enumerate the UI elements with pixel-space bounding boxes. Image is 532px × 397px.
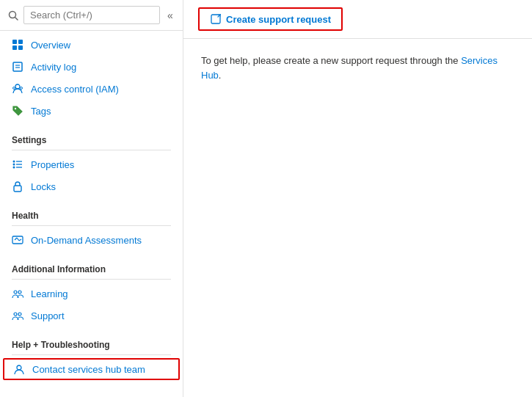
svg-rect-4 <box>12 45 17 50</box>
svg-rect-20 <box>14 186 21 192</box>
overview-icon <box>12 39 23 51</box>
svg-point-25 <box>14 291 17 294</box>
svg-line-24 <box>19 239 21 241</box>
sidebar-item-tags[interactable]: Tags <box>0 100 183 122</box>
svg-line-23 <box>17 238 19 241</box>
activity-icon <box>12 61 23 73</box>
sidebar-item-overview[interactable]: Overview <box>0 34 183 56</box>
help-section: Help + Troubleshooting Contact services … <box>0 329 183 385</box>
sidebar-item-on-demand[interactable]: On-Demand Assessments <box>0 229 183 251</box>
contact-icon <box>13 363 25 375</box>
create-support-button[interactable]: Create support request <box>198 7 343 31</box>
search-icon <box>7 10 19 21</box>
help-text-suffix: . <box>219 70 222 81</box>
additional-divider <box>12 279 171 280</box>
svg-point-29 <box>17 365 21 370</box>
sidebar-item-activity-log[interactable]: Activity log <box>0 56 183 78</box>
settings-section-label: Settings <box>0 128 183 148</box>
collapse-button[interactable]: « <box>164 8 176 23</box>
settings-divider <box>12 150 171 150</box>
health-section-label: Health <box>0 203 183 224</box>
sidebar: « Overview Activity log Access control (… <box>0 0 183 397</box>
main-content: Create support request To get help, plea… <box>183 0 532 397</box>
sidebar-item-label: Support <box>31 310 65 321</box>
svg-rect-2 <box>12 40 17 44</box>
sidebar-item-label: Access control (IAM) <box>31 84 119 95</box>
health-section: Health On-Demand Assessments <box>0 200 183 254</box>
svg-rect-21 <box>12 236 23 244</box>
svg-point-10 <box>13 87 15 90</box>
main-header: Create support request <box>183 0 532 39</box>
sidebar-item-label: Contact services hub team <box>32 364 145 375</box>
svg-point-13 <box>15 108 16 109</box>
sidebar-item-label: Locks <box>31 181 56 192</box>
help-text-prefix: To get help, please create a new support… <box>201 55 461 66</box>
svg-point-14 <box>13 161 15 163</box>
sidebar-item-label: Overview <box>31 40 70 51</box>
main-nav: Overview Activity log Access control (IA… <box>0 31 183 125</box>
svg-line-1 <box>15 17 18 20</box>
access-icon <box>12 83 23 95</box>
sidebar-item-learning[interactable]: Learning <box>0 283 183 305</box>
search-input[interactable] <box>23 6 160 24</box>
help-divider <box>12 354 171 355</box>
sidebar-item-access-control[interactable]: Access control (IAM) <box>0 78 183 100</box>
additional-section-label: Additional Information <box>0 257 183 277</box>
properties-icon <box>12 159 23 170</box>
sidebar-item-contact-hub[interactable]: Contact services hub team <box>3 358 180 380</box>
lock-icon <box>12 181 23 192</box>
svg-rect-5 <box>18 45 23 50</box>
svg-line-22 <box>15 238 17 240</box>
sidebar-item-properties[interactable]: Properties <box>0 153 183 175</box>
main-body: To get help, please create a new support… <box>183 39 532 397</box>
svg-rect-3 <box>18 40 23 44</box>
create-support-icon <box>210 13 222 25</box>
sidebar-item-label: On-Demand Assessments <box>31 235 142 246</box>
search-bar: « <box>0 0 183 31</box>
svg-point-18 <box>13 167 15 169</box>
svg-rect-6 <box>13 62 22 71</box>
svg-point-27 <box>14 313 17 316</box>
svg-point-11 <box>21 87 23 90</box>
support-icon <box>12 310 23 321</box>
help-section-label: Help + Troubleshooting <box>0 332 183 353</box>
assess-icon <box>12 234 23 246</box>
sidebar-item-label: Activity log <box>31 62 76 73</box>
help-text: To get help, please create a new support… <box>201 54 514 82</box>
svg-marker-12 <box>13 106 22 115</box>
sidebar-item-label: Properties <box>31 159 74 170</box>
svg-point-16 <box>13 164 15 166</box>
tags-icon <box>12 105 23 117</box>
svg-point-26 <box>18 291 21 294</box>
sidebar-item-locks[interactable]: Locks <box>0 175 183 197</box>
health-divider <box>12 225 171 226</box>
svg-point-9 <box>15 84 20 89</box>
svg-point-28 <box>18 313 21 316</box>
additional-info-section: Additional Information Learning Support <box>0 254 183 329</box>
settings-section: Settings Properties Locks <box>0 125 183 200</box>
sidebar-item-label: Learning <box>31 288 68 299</box>
sidebar-item-label: Tags <box>31 106 51 117</box>
sidebar-item-support[interactable]: Support <box>0 305 183 327</box>
learning-icon <box>12 288 23 299</box>
create-support-label: Create support request <box>226 14 331 25</box>
